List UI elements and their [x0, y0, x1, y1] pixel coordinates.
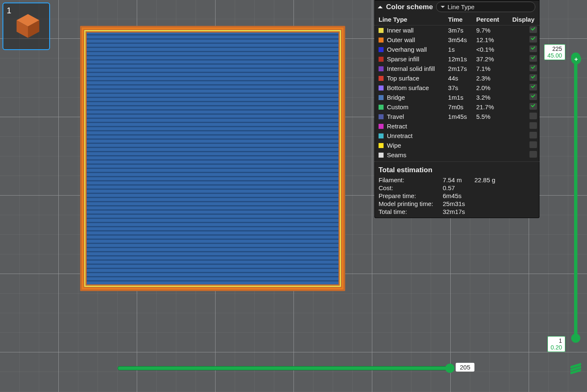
legend-time: 3m7s [444, 25, 472, 35]
swatch-icon [379, 57, 384, 62]
legend-percent: 2.3% [472, 73, 504, 83]
hslider-track [118, 366, 451, 370]
legend-percent: 21.7% [472, 102, 504, 112]
legend-time [444, 121, 472, 131]
legend-row[interactable]: Bridge1m1s3.2% [374, 93, 539, 102]
swatch-icon [379, 66, 384, 71]
legend-name: Internal solid infill [387, 65, 435, 72]
swatch-icon [379, 95, 384, 100]
total-print: Model printing time: 25m31s [374, 200, 539, 208]
display-checkbox[interactable] [529, 151, 537, 158]
swatch-icon [379, 133, 384, 138]
legend-row[interactable]: Internal solid infill2m17s7.1% [374, 64, 539, 73]
display-checkbox[interactable] [529, 26, 537, 33]
legend-name: Custom [387, 103, 409, 111]
legend-percent: <0.1% [472, 45, 504, 54]
display-checkbox[interactable] [529, 132, 537, 138]
legend-row[interactable]: Retract [374, 121, 539, 131]
layers-icon[interactable] [570, 364, 581, 374]
swatch-icon [379, 143, 384, 148]
display-checkbox[interactable] [529, 113, 537, 119]
legend-name: Retract [387, 123, 407, 130]
vslider-top-bubble: 225 45.00 [544, 44, 565, 60]
vslider-bottom-thumb[interactable] [571, 334, 580, 343]
legend-percent [472, 141, 504, 150]
total-estimation-title: Total estimation [374, 163, 539, 176]
display-checkbox[interactable] [529, 74, 537, 81]
swatch-icon [379, 124, 384, 129]
legend-percent: 12.1% [472, 35, 504, 45]
swatch-icon [379, 38, 384, 43]
legend-row[interactable]: Unretract [374, 131, 539, 141]
add-pause-icon[interactable]: + [571, 54, 581, 64]
display-checkbox[interactable] [529, 55, 537, 62]
collapse-icon[interactable] [378, 3, 383, 8]
horizontal-gcode-slider[interactable]: 205 [118, 364, 451, 371]
legend-time: 2m17s [444, 64, 472, 73]
legend-name: Top surface [387, 75, 419, 82]
sliced-model[interactable] [80, 26, 345, 291]
legend-row[interactable]: Sparse infill12m1s37.2% [374, 54, 539, 64]
legend-time: 1s [444, 45, 472, 54]
legend-time [444, 150, 472, 160]
col-display: Display [505, 15, 539, 25]
legend-row[interactable]: Travel1m45s5.5% [374, 112, 539, 121]
legend-name: Outer wall [387, 36, 415, 43]
hslider-value: 205 [456, 363, 474, 372]
panel-title: Color scheme [386, 3, 433, 11]
legend-row[interactable]: Bottom surface37s2.0% [374, 83, 539, 93]
display-checkbox[interactable] [529, 141, 537, 148]
legend-row[interactable]: Overhang wall1s<0.1% [374, 45, 539, 54]
legend-row[interactable]: Wipe [374, 141, 539, 150]
legend-time: 37s [444, 83, 472, 93]
swatch-icon [379, 28, 384, 33]
legend-percent: 7.1% [472, 64, 504, 73]
legend-row[interactable]: Top surface44s2.3% [374, 73, 539, 83]
legend-name: Unretract [387, 132, 413, 139]
swatch-icon [379, 47, 384, 52]
legend-panel: Color scheme Line Type Line Type Time Pe… [374, 0, 539, 218]
swatch-icon [379, 85, 384, 90]
legend-table: Line Type Time Percent Display Inner wal… [374, 15, 539, 160]
display-checkbox[interactable] [529, 122, 537, 129]
plate-index: 1 [7, 6, 11, 15]
total-filament: Filament: 7.54 m 22.85 g [374, 176, 539, 184]
color-scheme-select[interactable]: Line Type [436, 2, 535, 12]
cube-icon [15, 13, 41, 38]
legend-percent [472, 121, 504, 131]
legend-name: Bottom surface [387, 84, 429, 91]
legend-name: Bridge [387, 94, 405, 101]
display-checkbox[interactable] [529, 93, 537, 100]
col-time: Time [444, 15, 472, 25]
legend-name: Inner wall [387, 27, 414, 34]
legend-percent [472, 150, 504, 160]
vslider-bottom-bubble: 1 0.20 [547, 336, 565, 352]
display-checkbox[interactable] [529, 65, 537, 71]
display-checkbox[interactable] [529, 103, 537, 110]
color-scheme-value: Line Type [447, 3, 474, 10]
legend-row[interactable]: Outer wall3m54s12.1% [374, 35, 539, 45]
vslider-track [574, 56, 577, 339]
legend-row[interactable]: Inner wall3m7s9.7% [374, 25, 539, 35]
col-linetype: Line Type [374, 15, 444, 25]
vertical-layer-slider[interactable]: + 225 45.00 1 0.20 [572, 56, 579, 339]
legend-time: 1m1s [444, 93, 472, 102]
legend-time: 12m1s [444, 54, 472, 64]
legend-percent: 5.5% [472, 112, 504, 121]
total-cost: Cost: 0.57 [374, 184, 539, 192]
legend-row[interactable]: Custom7m0s21.7% [374, 102, 539, 112]
display-checkbox[interactable] [529, 36, 537, 43]
legend-row[interactable]: Seams [374, 150, 539, 160]
legend-time [444, 131, 472, 141]
plate-thumbnail[interactable]: 1 [3, 3, 50, 50]
display-checkbox[interactable] [529, 45, 537, 52]
display-checkbox[interactable] [529, 84, 537, 90]
legend-name: Sparse infill [387, 55, 419, 63]
legend-percent: 9.7% [472, 25, 504, 35]
legend-name: Overhang wall [387, 46, 427, 53]
legend-name: Seams [387, 151, 406, 158]
legend-percent: 2.0% [472, 83, 504, 93]
swatch-icon [379, 105, 384, 110]
legend-time: 7m0s [444, 102, 472, 112]
hslider-thumb[interactable] [445, 364, 454, 373]
